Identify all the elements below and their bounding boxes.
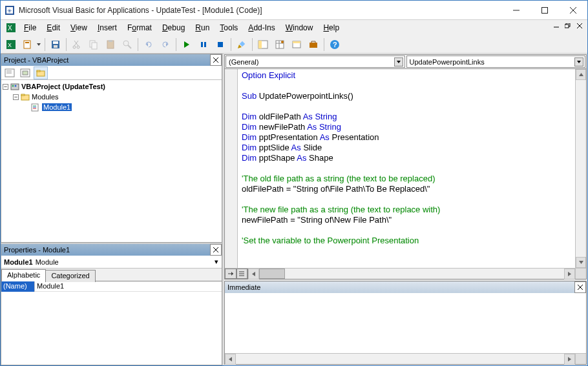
- tab-categorized[interactable]: Categorized: [45, 270, 95, 282]
- find-button[interactable]: [120, 37, 135, 52]
- minimize-button[interactable]: [502, 1, 530, 19]
- project-toolbar: [1, 66, 222, 80]
- view-code-button[interactable]: [3, 66, 17, 79]
- reset-button[interactable]: [213, 37, 228, 52]
- mdi-minimize[interactable]: [551, 21, 562, 30]
- mdi-restore[interactable]: [563, 21, 573, 30]
- svg-rect-4: [542, 7, 548, 13]
- insert-object-button[interactable]: [20, 37, 36, 52]
- object-dropdown[interactable]: (General): [226, 56, 405, 68]
- svg-text:?: ?: [333, 41, 337, 48]
- property-name-value[interactable]: Module1: [35, 281, 222, 292]
- scrollbar-thumb[interactable]: [259, 269, 285, 279]
- vertical-scrollbar[interactable]: [575, 69, 586, 268]
- undo-button[interactable]: [141, 37, 156, 52]
- titlebar: ✳ Microsoft Visual Basic for Application…: [1, 1, 587, 20]
- folder-icon: [21, 92, 30, 101]
- object-browser-button[interactable]: [289, 37, 304, 52]
- menu-addins[interactable]: Add-Ins: [243, 22, 280, 34]
- immediate-editor[interactable]: [225, 293, 586, 353]
- procedure-dropdown[interactable]: UpdatePowerpointLinks: [406, 56, 586, 68]
- maximize-button[interactable]: [530, 1, 559, 19]
- scroll-down-button[interactable]: [576, 257, 586, 268]
- immediate-pane-close[interactable]: [574, 281, 586, 293]
- excel-doc-icon[interactable]: X: [6, 23, 16, 33]
- procedure-dropdown-value: UpdatePowerpointLinks: [410, 58, 485, 66]
- svg-point-25: [77, 46, 79, 48]
- svg-rect-60: [11, 84, 19, 90]
- expander-icon[interactable]: −: [3, 84, 8, 90]
- project-pane-close[interactable]: [210, 54, 222, 66]
- window-title: Microsoft Visual Basic for Applications …: [19, 6, 502, 15]
- procedure-view-button[interactable]: [225, 269, 236, 279]
- project-icon: [10, 82, 19, 91]
- svg-point-30: [123, 41, 129, 46]
- properties-pane-title: Properties - Module1: [4, 246, 210, 254]
- dropdown-arrow-icon[interactable]: [574, 57, 583, 66]
- properties-object-type: Module: [36, 258, 59, 266]
- close-button[interactable]: [559, 1, 587, 19]
- menu-insert[interactable]: Insert: [92, 22, 122, 34]
- help-button[interactable]: ?: [327, 37, 342, 52]
- project-explorer-button[interactable]: [255, 37, 271, 52]
- left-column: Project - VBAProject − VBAProject (Updat…: [1, 54, 224, 365]
- menu-run[interactable]: Run: [190, 22, 215, 34]
- svg-rect-11: [565, 25, 569, 28]
- mdi-close[interactable]: [574, 21, 585, 30]
- menu-help[interactable]: Help: [318, 22, 344, 34]
- design-mode-button[interactable]: [234, 37, 249, 52]
- full-module-view-button[interactable]: [236, 269, 248, 279]
- properties-window-button[interactable]: [272, 37, 288, 52]
- menu-format[interactable]: Format: [122, 22, 157, 34]
- scroll-left-button[interactable]: [225, 354, 236, 365]
- code-editor[interactable]: Option Explicit Sub UpdatePowerpointLink…: [238, 69, 575, 268]
- save-button[interactable]: [48, 37, 63, 52]
- tab-alphabetic[interactable]: Alphabetic: [1, 269, 46, 281]
- toggle-folders-button[interactable]: [34, 66, 48, 79]
- properties-pane-titlebar: Properties - Module1: [1, 244, 222, 256]
- horizontal-scrollbar[interactable]: [259, 269, 564, 279]
- code-margin[interactable]: [225, 69, 238, 268]
- tree-modules-folder[interactable]: − Modules: [3, 92, 220, 102]
- svg-rect-47: [293, 41, 300, 43]
- menu-window[interactable]: Window: [280, 22, 319, 34]
- menu-file[interactable]: File: [19, 22, 41, 34]
- menu-tools[interactable]: Tools: [215, 22, 243, 34]
- scroll-right-button[interactable]: [564, 269, 575, 280]
- menu-debug[interactable]: Debug: [157, 22, 190, 34]
- svg-point-61: [12, 85, 14, 87]
- menu-edit[interactable]: Edit: [41, 22, 65, 34]
- menu-view[interactable]: View: [65, 22, 92, 34]
- property-row-name[interactable]: (Name) Module1: [1, 281, 222, 292]
- insert-object-dropdown[interactable]: [37, 43, 42, 46]
- tree-project-root[interactable]: − VBAProject (UpdateTest): [3, 81, 220, 92]
- dropdown-arrow-icon[interactable]: ▾: [211, 258, 222, 266]
- properties-grid[interactable]: (Name) Module1: [1, 281, 222, 365]
- scrollbar-corner: [575, 269, 586, 279]
- toolbox-button[interactable]: [306, 37, 321, 52]
- svg-rect-36: [204, 42, 206, 47]
- copy-button[interactable]: [86, 37, 101, 52]
- tree-project-label: VBAProject (UpdateTest): [21, 83, 105, 90]
- scroll-right-button[interactable]: [564, 354, 575, 365]
- immediate-pane-title: Immediate: [227, 283, 574, 291]
- tree-module-item[interactable]: Module1: [3, 102, 220, 112]
- break-button[interactable]: [196, 37, 211, 52]
- scroll-left-button[interactable]: [248, 269, 259, 280]
- svg-marker-73: [579, 73, 583, 76]
- paste-button[interactable]: [103, 37, 118, 52]
- redo-button[interactable]: [158, 37, 173, 52]
- immediate-hscroll[interactable]: [225, 353, 586, 364]
- properties-pane: Properties - Module1 Module1 Module ▾ Al…: [1, 243, 222, 365]
- project-tree[interactable]: − VBAProject (UpdateTest) − Modules Modu…: [1, 80, 222, 242]
- properties-pane-close[interactable]: [210, 244, 222, 256]
- expander-icon[interactable]: −: [13, 94, 19, 100]
- properties-object-selector[interactable]: Module1 Module ▾: [1, 256, 222, 269]
- dropdown-arrow-icon[interactable]: [394, 57, 403, 66]
- run-button[interactable]: [179, 37, 194, 52]
- view-excel-button[interactable]: X: [3, 37, 19, 52]
- view-object-button[interactable]: [18, 66, 32, 79]
- svg-marker-72: [577, 61, 581, 63]
- cut-button[interactable]: [69, 37, 85, 52]
- scroll-up-button[interactable]: [576, 69, 586, 80]
